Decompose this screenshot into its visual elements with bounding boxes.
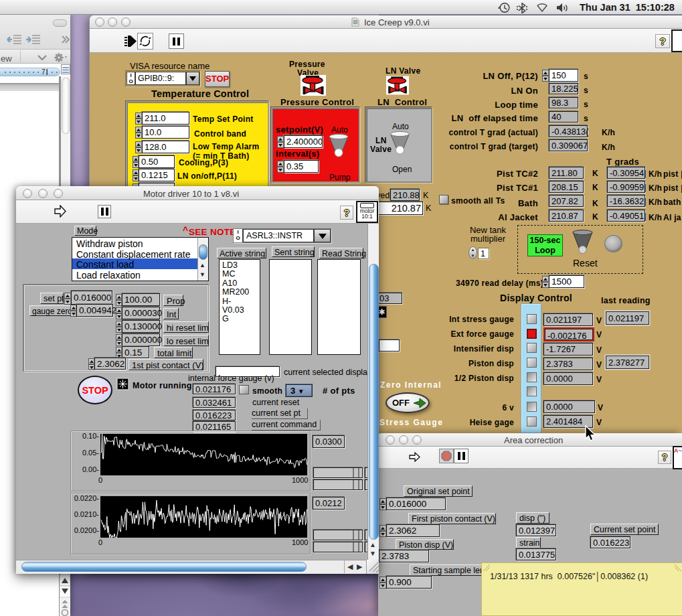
- svg-text:7: 7: [41, 68, 46, 76]
